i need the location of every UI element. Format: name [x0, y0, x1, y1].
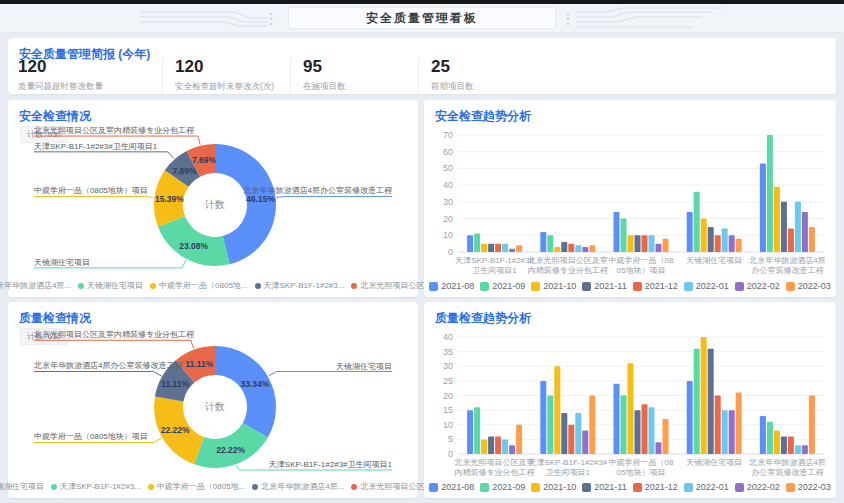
bar-2021-09-g2[interactable] — [621, 396, 627, 455]
legend-item[interactable]: 中观学府一品（0805地... — [150, 280, 247, 291]
legend-item[interactable]: 2021-12 — [633, 281, 678, 291]
bar-2021-10-g3[interactable] — [701, 337, 707, 454]
bar-2021-09-g2[interactable] — [621, 219, 627, 252]
bar-2021-11-g0[interactable] — [488, 244, 494, 252]
bar-2021-10-g0[interactable] — [481, 244, 487, 252]
bar-2021-12-g0[interactable] — [495, 244, 501, 252]
bar-2021-11-g3[interactable] — [708, 349, 714, 454]
bar-2021-08-g0[interactable] — [467, 410, 473, 454]
bar-2022-03-g3[interactable] — [736, 393, 742, 454]
legend-item[interactable]: 2021-08 — [429, 482, 474, 492]
bar-2021-09-g0[interactable] — [474, 234, 480, 252]
bar-2021-12-g3[interactable] — [715, 396, 721, 455]
bar-2021-09-g4[interactable] — [767, 422, 773, 454]
bar-2022-01-g1[interactable] — [575, 245, 581, 252]
bar-2021-11-g2[interactable] — [635, 235, 641, 252]
bar-2022-01-g3[interactable] — [722, 229, 728, 252]
bar-2021-08-g2[interactable] — [614, 212, 620, 252]
bar-2021-10-g2[interactable] — [628, 363, 634, 454]
bar-2021-08-g1[interactable] — [540, 232, 546, 252]
bar-2022-01-g1[interactable] — [575, 413, 581, 454]
bar-2022-03-g1[interactable] — [589, 245, 595, 252]
bar-2021-12-g0[interactable] — [495, 436, 501, 454]
bar-2021-08-g3[interactable] — [687, 212, 693, 252]
legend-item[interactable]: 2022-01 — [684, 482, 729, 492]
bar-2021-08-g2[interactable] — [614, 384, 620, 454]
bar-2022-03-g3[interactable] — [736, 239, 742, 252]
legend-item[interactable]: 北京年华旅游酒店4层... — [0, 280, 71, 291]
bar-2022-02-g3[interactable] — [729, 235, 735, 252]
quality-donut-chart[interactable]: 33.34%22.22%22.22%11.11%11.11%北京光熙项目公区及室… — [8, 326, 418, 476]
legend-item[interactable]: 天津SKP-B1F-1#2#3... — [51, 481, 141, 492]
bar-2021-11-g4[interactable] — [781, 202, 787, 252]
bar-2021-11-g4[interactable] — [781, 436, 787, 454]
bar-2021-09-g3[interactable] — [694, 349, 700, 454]
bar-2021-11-g1[interactable] — [561, 242, 567, 252]
legend-item[interactable]: 2022-03 — [786, 281, 831, 291]
bar-2021-10-g3[interactable] — [701, 219, 707, 252]
bar-2022-02-g1[interactable] — [582, 247, 588, 252]
bar-2021-12-g1[interactable] — [568, 244, 574, 252]
bar-2021-09-g1[interactable] — [547, 235, 553, 252]
bar-2022-01-g2[interactable] — [649, 407, 655, 454]
legend-item[interactable]: 2021-09 — [480, 482, 525, 492]
bar-2021-09-g0[interactable] — [474, 407, 480, 454]
bar-2021-08-g4[interactable] — [760, 416, 766, 454]
legend-item[interactable]: 2022-03 — [786, 482, 831, 492]
legend-item[interactable]: 天镜湖住宅项目 — [0, 481, 44, 492]
bar-2021-09-g4[interactable] — [767, 135, 773, 252]
bar-2022-02-g3[interactable] — [729, 410, 735, 454]
bar-2022-03-g4[interactable] — [809, 396, 815, 455]
bar-2022-03-g2[interactable] — [663, 239, 669, 252]
bar-2021-11-g3[interactable] — [708, 227, 714, 252]
bar-2021-08-g4[interactable] — [760, 163, 766, 252]
bar-2022-03-g0[interactable] — [516, 425, 522, 454]
bar-2021-08-g3[interactable] — [687, 381, 693, 454]
bar-2022-02-g4[interactable] — [802, 212, 808, 252]
bar-2022-01-g0[interactable] — [502, 439, 508, 454]
bar-2021-09-g1[interactable] — [547, 396, 553, 455]
bar-2022-02-g2[interactable] — [656, 442, 662, 454]
legend-item[interactable]: 2022-02 — [735, 281, 780, 291]
legend-item[interactable]: 2021-10 — [531, 281, 576, 291]
legend-item[interactable]: 中观学府一品（0805地... — [148, 481, 245, 492]
legend-item[interactable]: 2021-10 — [531, 482, 576, 492]
donut-slice-0[interactable] — [215, 346, 276, 438]
legend-item[interactable]: 2021-12 — [633, 482, 678, 492]
safety-donut-chart[interactable]: 46.15%23.08%15.39%7.69%7.69%北京光熙项目公区及室内精… — [8, 124, 418, 274]
bar-2021-10-g2[interactable] — [628, 235, 634, 252]
bar-2022-03-g2[interactable] — [663, 419, 669, 454]
bar-2021-10-g1[interactable] — [554, 247, 560, 252]
bar-2021-12-g4[interactable] — [788, 436, 794, 454]
bar-2021-08-g1[interactable] — [540, 381, 546, 454]
bar-2021-10-g1[interactable] — [554, 366, 560, 454]
bar-2021-11-g1[interactable] — [561, 413, 567, 454]
bar-2021-10-g0[interactable] — [481, 439, 487, 454]
legend-item[interactable]: 2021-11 — [582, 281, 626, 291]
bar-2022-02-g0[interactable] — [509, 249, 515, 252]
bar-2022-01-g3[interactable] — [722, 410, 728, 454]
bar-2022-01-g2[interactable] — [649, 235, 655, 252]
bar-2022-02-g2[interactable] — [656, 244, 662, 252]
quality-trend-bar-chart[interactable]: 0510152025303540北京光熙项目公区及室内精装修专业分包工程天津SK… — [428, 324, 832, 476]
legend-item[interactable]: 2021-08 — [429, 281, 474, 291]
legend-item[interactable]: 2022-02 — [735, 482, 780, 492]
bar-2022-02-g0[interactable] — [509, 445, 515, 454]
bar-2022-01-g0[interactable] — [502, 244, 508, 252]
legend-item[interactable]: 北京年华旅游酒店4层... — [252, 481, 344, 492]
legend-item[interactable]: 2022-01 — [684, 281, 729, 291]
bar-2022-02-g4[interactable] — [802, 445, 808, 454]
bar-2021-09-g3[interactable] — [694, 192, 700, 252]
bar-2021-10-g4[interactable] — [774, 431, 780, 454]
bar-2022-03-g1[interactable] — [589, 396, 595, 455]
legend-item[interactable]: 天津SKP-B1F-1#2#3... — [255, 280, 345, 291]
bar-2021-12-g3[interactable] — [715, 235, 721, 252]
bar-2021-12-g2[interactable] — [642, 404, 648, 454]
bar-2022-02-g1[interactable] — [582, 431, 588, 454]
bar-2022-03-g4[interactable] — [809, 227, 815, 252]
bar-2022-03-g0[interactable] — [516, 245, 522, 252]
legend-item[interactable]: 2021-11 — [582, 482, 626, 492]
safety-trend-bar-chart[interactable]: 010203040506070天津SKP-B1F-1#2#3#卫生间项目1北京光… — [428, 122, 832, 274]
bar-2021-11-g0[interactable] — [488, 436, 494, 454]
bar-2022-01-g4[interactable] — [795, 202, 801, 252]
